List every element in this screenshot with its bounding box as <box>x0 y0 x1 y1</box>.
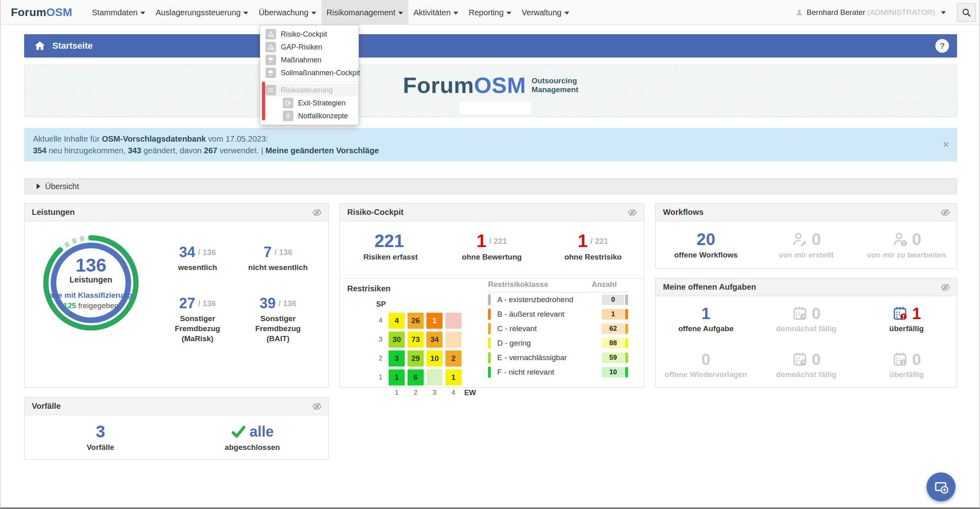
matrix-cell[interactable]: 29 <box>408 350 424 367</box>
stat-fremdbezug-bait[interactable]: 39/ 136 Sonstiger Fremdbezug(BAIT) <box>238 295 318 344</box>
nav-item-stammdaten[interactable]: Stammdaten <box>87 0 150 25</box>
stat-wiedervorlagen-demnaechst-faellig[interactable]: 0 demnächst fällig <box>756 351 856 379</box>
hide-widget-button[interactable] <box>628 208 637 217</box>
menu-item-gap-risiken[interactable]: GAP-Risiken <box>260 41 358 54</box>
hide-widget-button[interactable] <box>312 208 322 217</box>
matrix-cell[interactable]: 2 <box>445 350 461 367</box>
matrix-cell[interactable]: 26 <box>408 313 424 329</box>
stat-risiken-erfasst[interactable]: 221 Risiken erfasst <box>340 221 441 278</box>
class-count-badge: 88 <box>602 338 628 348</box>
menu-item-massnahmen[interactable]: Maßnahmen <box>260 54 358 66</box>
stat-label: ohne Bewertung <box>441 252 543 262</box>
card-title: Vorfälle <box>32 402 61 411</box>
stat-vorfaelle[interactable]: 3 Vorfälle <box>40 423 161 452</box>
chevron-down-icon <box>506 12 511 14</box>
stat-label: abgeschlossen <box>191 442 313 452</box>
matrix-cell[interactable]: 10 <box>426 350 443 367</box>
app-logo[interactable]: ForumOSM <box>11 6 72 19</box>
stat-von-mir-zu-bearbeiten[interactable]: 0 von mir zu bearbeiten <box>856 231 957 260</box>
matrix-x-axis-label: EW <box>464 389 480 397</box>
stat-value: 34 <box>179 244 195 261</box>
breadcrumb-bar: Startseite ? <box>24 34 957 58</box>
menu-item-label: Risiko-Cockpit <box>281 30 327 39</box>
hide-widget-button[interactable] <box>312 402 322 411</box>
table-row[interactable]: B - äußerst relevant1 <box>488 307 628 321</box>
notice-link[interactable]: Meine geänderten Vorschläge <box>266 146 379 155</box>
menu-item-label: Maßnahmen <box>281 56 321 64</box>
search-button[interactable] <box>957 3 976 22</box>
matrix-cell[interactable]: 4 <box>389 313 405 329</box>
stat-ohne-restrisiko[interactable]: 1/ 221 ohne Restrisiko <box>542 221 644 278</box>
eye-slash-icon <box>628 208 637 217</box>
table-row[interactable]: D - gering88 <box>488 336 628 350</box>
class-label: C - relevant <box>497 324 537 333</box>
stat-value: 1 <box>477 232 486 250</box>
stat-offene-workflows[interactable]: 20 offene Workflows <box>656 231 756 260</box>
matrix-cell[interactable]: 30 <box>389 332 405 348</box>
banner-tagline-line2: Management <box>531 85 578 94</box>
nav-item-verwaltung[interactable]: Verwaltung <box>517 0 574 25</box>
leistungen-stats: 34/ 136 wesentlich 7/ 136 nicht wesentli… <box>157 244 318 344</box>
close-icon[interactable]: × <box>943 139 949 150</box>
chevron-down-icon <box>453 12 458 14</box>
chevron-down-icon <box>311 12 316 14</box>
table-row[interactable]: E - vernachlässigbar59 <box>488 350 628 365</box>
overview-collapse-bar[interactable]: Übersicht <box>24 178 957 194</box>
hide-widget-button[interactable] <box>941 282 950 292</box>
stat-denominator: / 136 <box>198 248 216 257</box>
released-line: 125 freigegeben <box>63 301 118 310</box>
nav-item-ueberwachung[interactable]: Überwachung <box>253 0 321 25</box>
classification-link[interactable]: alle mit Klassifizierung <box>49 291 132 300</box>
matrix-cell[interactable]: 1 <box>426 313 443 329</box>
stat-nicht-wesentlich[interactable]: 7/ 136 nicht wesentlich <box>238 244 318 272</box>
matrix-cell[interactable]: 34 <box>426 332 443 348</box>
stat-value: 27 <box>179 295 195 312</box>
card-title: Workflows <box>663 208 704 217</box>
matrix-cell[interactable] <box>445 332 461 348</box>
user-alert-icon <box>892 231 909 248</box>
matrix-cell[interactable] <box>426 369 443 385</box>
menu-item-risiko-cockpit[interactable]: Risiko-Cockpit <box>260 28 358 41</box>
matrix-cell[interactable]: 1 <box>389 369 405 385</box>
user-menu[interactable]: Bernhard Berater (ADMINISTRATOR) <box>796 0 946 25</box>
matrix-cell[interactable]: 73 <box>408 332 424 348</box>
notice-text: vom 17.05.2023: <box>206 134 268 143</box>
nav-item-auslagerungssteuerung[interactable]: Auslagerungssteuerung <box>150 0 253 25</box>
table-row[interactable]: F - nicht relevant10 <box>488 365 628 379</box>
nav-item-aktivitaeten[interactable]: Aktivitäten <box>408 0 463 25</box>
stat-wesentlich[interactable]: 34/ 136 wesentlich <box>157 244 238 272</box>
new-window-fab-button[interactable] <box>926 472 955 501</box>
nav-item-risikomanagement[interactable]: Risikomanagement <box>321 0 408 25</box>
nav-item-reporting[interactable]: Reporting <box>463 0 517 25</box>
stat-offene-wiedervorlagen[interactable]: 0 offene Wiedervorlagen <box>656 351 756 379</box>
matrix-cell[interactable]: 6 <box>408 369 424 385</box>
hide-widget-button[interactable] <box>941 208 950 217</box>
menu-item-sollmassnahmen-cockpit[interactable]: Sollmaßnahmen-Cockpit <box>260 66 358 79</box>
stat-aufgaben-demnaechst-faellig[interactable]: 0 demnächst fällig <box>756 305 856 334</box>
stat-offene-aufgabe[interactable]: 1 offene Aufgabe <box>656 305 756 334</box>
card-risiko-cockpit: Risiko-Cockpit 221 Risiken erfasst 1/ 22… <box>340 203 644 387</box>
brand-banner: ForumOSM Outsourcing Management <box>24 64 957 117</box>
stat-label: von mir zu bearbeiten <box>856 250 957 260</box>
risk-matrix: SP 4 4 26 1 3 30 73 34 2 3 29 10 2 <box>375 300 480 397</box>
stat-von-mir-erstellt[interactable]: 0 von mir erstellt <box>756 231 856 260</box>
stat-wiedervorlagen-ueberfaellig[interactable]: 0 überfällig <box>856 351 957 379</box>
table-row[interactable]: A - existenzbedrohend0 <box>488 293 628 307</box>
home-icon[interactable] <box>34 40 46 52</box>
matrix-cell[interactable]: 3 <box>389 350 405 367</box>
stat-value: 39 <box>259 295 276 312</box>
check-icon <box>231 424 246 439</box>
table-row[interactable]: C - relevant62 <box>488 321 628 336</box>
menu-item-notfallkonzepte[interactable]: Notfallkonzepte <box>260 109 358 122</box>
stat-fremdbezug-marisk[interactable]: 27/ 136 Sonstiger Fremdbezug(MaRisk) <box>157 295 238 344</box>
menu-item-risikosteuerung[interactable]: Risikosteuerung <box>260 84 358 97</box>
stat-abgeschlossen[interactable]: alle abgeschlossen <box>191 423 313 452</box>
help-button[interactable]: ? <box>935 39 949 53</box>
stat-ohne-bewertung[interactable]: 1/ 221 ohne Bewertung <box>441 221 543 278</box>
stat-aufgaben-ueberfaellig[interactable]: 1 überfällig <box>856 305 957 334</box>
matrix-cell[interactable] <box>445 313 461 329</box>
matrix-cell[interactable]: 1 <box>445 369 461 385</box>
notice-count-changed: 343 <box>128 146 141 155</box>
menu-item-exit-strategien[interactable]: Exit-Strategien <box>260 97 358 109</box>
matrix-row-label: 4 <box>375 317 386 325</box>
